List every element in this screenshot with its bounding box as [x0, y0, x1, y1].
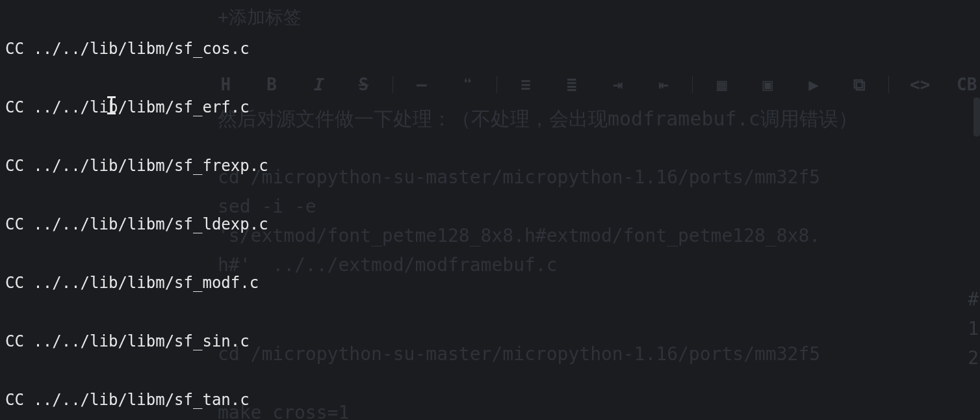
- terminal[interactable]: CC ../../lib/libm/sf_cos.c CC ../../lib/…: [0, 0, 980, 420]
- terminal-line: CC ../../lib/libm/sf_erf.c: [5, 98, 975, 117]
- terminal-line: CC ../../lib/libm/sf_sin.c: [5, 332, 975, 351]
- terminal-line: CC ../../lib/libm/sf_modf.c: [5, 273, 975, 293]
- terminal-line: CC ../../lib/libm/sf_ldexp.c: [5, 215, 975, 234]
- terminal-line: CC ../../lib/libm/sf_cos.c: [5, 39, 975, 59]
- terminal-line: CC ../../lib/libm/sf_frexp.c: [5, 156, 975, 176]
- terminal-line: CC ../../lib/libm/sf_tan.c: [5, 390, 975, 410]
